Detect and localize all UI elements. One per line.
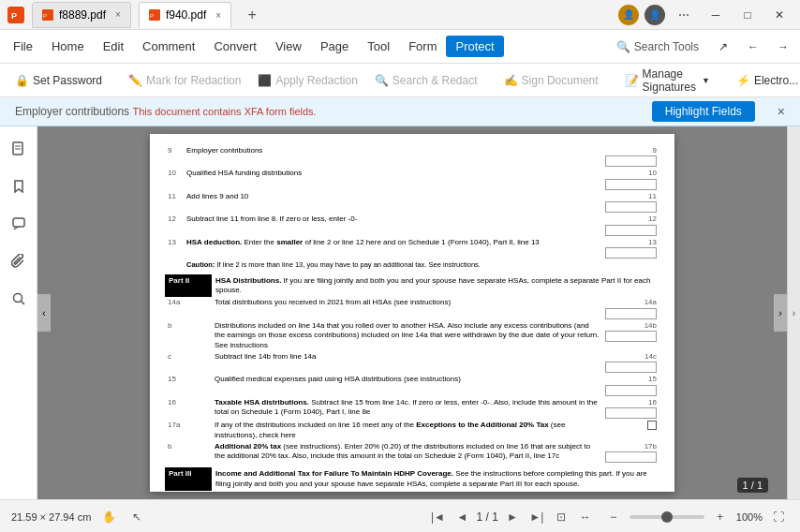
row-box: 16: [602, 397, 659, 420]
part-ii-heading: HSA Distributions. If you are filing joi…: [212, 274, 659, 298]
search-redact-button[interactable]: 🔍 Search & Redact: [367, 70, 485, 91]
row-content: HSA deduction. Enter the smaller of line…: [184, 237, 602, 259]
search-tools-button[interactable]: 🔍 Search Tools: [609, 37, 706, 57]
part-ii-label: Part II: [165, 274, 212, 298]
last-page-button[interactable]: ►|: [526, 507, 547, 527]
table-row: 9 Employer contributions 9: [165, 145, 659, 168]
menu-edit[interactable]: Edit: [94, 36, 133, 57]
svg-text:P: P: [11, 11, 17, 21]
tab-close-2[interactable]: ×: [215, 10, 221, 21]
zoom-slider[interactable]: [630, 515, 704, 519]
zoom-out-button[interactable]: −: [603, 507, 624, 527]
notification-close-button[interactable]: ×: [778, 104, 785, 119]
scroll-right-arrow[interactable]: ›: [774, 294, 787, 332]
next-page-button[interactable]: ►: [502, 507, 523, 527]
zoom-in-button[interactable]: +: [710, 507, 731, 527]
row-box: 10: [602, 168, 659, 190]
prev-page-button[interactable]: ◄: [452, 507, 472, 527]
sidebar-search-icon[interactable]: [4, 284, 34, 314]
hand-tool-button[interactable]: ✋: [98, 507, 119, 527]
profile-avatar-2[interactable]: 👤: [644, 5, 665, 25]
menu-view[interactable]: View: [266, 36, 311, 57]
tab-f940[interactable]: P f940.pdf ×: [139, 2, 231, 28]
menu-home[interactable]: Home: [42, 36, 94, 57]
row-num: c: [165, 351, 212, 374]
sign-document-button[interactable]: ✍️ Sign Document: [496, 70, 606, 91]
sidebar-bookmark-icon[interactable]: [4, 171, 34, 201]
svg-text:P: P: [150, 13, 154, 19]
xfa-notice-text: This document contains XFA form fields.: [132, 106, 316, 117]
menu-tool[interactable]: Tool: [358, 36, 399, 57]
table-row: Caution: If line 2 is more than line 13,…: [165, 259, 659, 271]
main-layout: ‹ 9 Employer contributions 9 10 Qualifie…: [0, 126, 800, 499]
first-page-button[interactable]: |◄: [427, 507, 448, 527]
fullscreen-button[interactable]: ⛶: [768, 507, 789, 527]
pdf-viewer[interactable]: ‹ 9 Employer contributions 9 10 Qualifie…: [37, 126, 787, 499]
total-pages: 1: [492, 510, 498, 524]
maximize-button[interactable]: □: [734, 2, 761, 28]
set-password-button[interactable]: 🔒 Set Password: [7, 70, 110, 91]
profile-avatar-1[interactable]: 👤: [618, 5, 639, 25]
row-content: Last-month rule: [212, 491, 602, 492]
table-row: 13 HSA deduction. Enter the smaller of l…: [165, 237, 659, 259]
select-tool-button[interactable]: ↖: [126, 507, 147, 527]
table-row: 17a If any of the distributions included…: [165, 420, 659, 441]
pdf-icon-2: P: [149, 9, 160, 21]
pdf-page: 9 Employer contributions 9 10 Qualified …: [150, 134, 674, 492]
fit-page-button[interactable]: ⊡: [551, 507, 571, 527]
row-content: Total distributions you received in 2021…: [212, 297, 602, 319]
apply-redaction-button[interactable]: ⬛ Apply Redaction: [250, 70, 364, 91]
row-num: 11: [165, 191, 184, 214]
row-num: [165, 259, 184, 271]
tab-f8889[interactable]: P f8889.pdf ×: [32, 2, 131, 28]
back-button[interactable]: ←: [740, 34, 766, 60]
manage-signatures-button[interactable]: 📝 Manage Signatures ▼: [617, 64, 718, 97]
title-bar-right: 👤 👤 ⋯ ─ □ ✕: [618, 2, 793, 28]
menu-bar: File Home Edit Comment Convert View Page…: [0, 30, 800, 64]
menu-file[interactable]: File: [4, 36, 42, 57]
row-content: Add lines 9 and 10: [184, 191, 602, 214]
row-box: 12: [602, 214, 659, 236]
row-content-caution: Caution: If line 2 is more than line 13,…: [184, 259, 659, 271]
current-page: 1: [476, 510, 482, 524]
protect-toolbar: 🔒 Set Password ✏️ Mark for Redaction ⬛ A…: [0, 64, 800, 97]
row-box: 15: [602, 374, 659, 396]
part-ii-table: Part II HSA Distributions. If you are fi…: [165, 274, 659, 465]
menu-comment[interactable]: Comment: [133, 36, 204, 57]
minimize-button[interactable]: ─: [703, 2, 729, 28]
table-row: 11 Add lines 9 and 10 11: [165, 191, 659, 214]
highlight-fields-button[interactable]: Highlight Fields: [652, 101, 755, 122]
sidebar-attachment-icon[interactable]: [4, 246, 34, 276]
page-dimensions: 21.59 × 27.94 cm: [11, 511, 91, 523]
row-content: Taxable HSA distributions. Subtract line…: [212, 397, 602, 420]
menu-right: 🔍 Search Tools ↗ ← →: [609, 34, 796, 60]
svg-point-10: [13, 294, 22, 303]
mark-redaction-button[interactable]: ✏️ Mark for Redaction: [121, 70, 248, 91]
table-row: 16 Taxable HSA distributions. Subtract l…: [165, 397, 659, 420]
menu-protect[interactable]: Protect: [446, 36, 503, 57]
table-row: 10 Qualified HSA funding distributions 1…: [165, 168, 659, 190]
search-redact-icon: 🔍: [375, 74, 389, 87]
fit-width-button[interactable]: ↔: [575, 507, 596, 527]
menu-page[interactable]: Page: [311, 36, 358, 57]
forward-button[interactable]: →: [770, 34, 796, 60]
search-redact-label: Search & Redact: [393, 74, 478, 87]
scroll-left-arrow[interactable]: ‹: [37, 294, 51, 332]
overflow-menu-button[interactable]: ⋯: [671, 2, 697, 28]
tab-close-1[interactable]: ×: [115, 9, 121, 20]
close-button[interactable]: ✕: [766, 2, 793, 28]
menu-form[interactable]: Form: [399, 36, 446, 57]
apply-redaction-icon: ⬛: [258, 74, 272, 87]
open-new-window-button[interactable]: ↗: [710, 34, 736, 60]
new-tab-button[interactable]: +: [239, 2, 265, 28]
row-checkbox: [602, 420, 659, 441]
menu-convert[interactable]: Convert: [204, 36, 266, 57]
title-bar-left: P P f8889.pdf × P f940.pdf × +: [7, 2, 618, 28]
right-sidebar-toggle[interactable]: ›: [787, 126, 800, 499]
row-box: 14b: [602, 320, 659, 351]
sidebar-thumbnail-icon[interactable]: [4, 134, 34, 164]
table-row: 18 Last-month rule 18: [165, 491, 659, 492]
row-num: b: [165, 441, 212, 464]
sidebar-comment-icon[interactable]: [4, 209, 34, 239]
electro-button[interactable]: ⚡ Electro...: [729, 70, 800, 91]
